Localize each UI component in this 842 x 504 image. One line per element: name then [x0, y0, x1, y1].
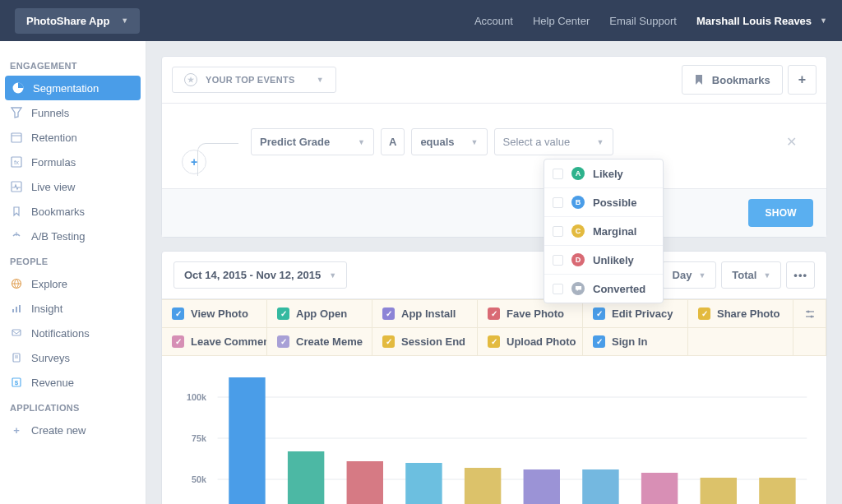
sidebar-item-notifications[interactable]: Notifications	[0, 321, 146, 345]
event-checkbox[interactable]: ✓	[277, 335, 289, 348]
event-checkbox[interactable]: ✓	[172, 307, 184, 320]
legend-empty-cell	[793, 327, 826, 355]
legend-event[interactable]: ✓Fave Photo	[478, 300, 583, 327]
chart-bar[interactable]	[405, 463, 442, 504]
account-link[interactable]: Account	[474, 15, 513, 27]
chart-bar[interactable]	[759, 478, 795, 504]
type-indicator[interactable]: A	[381, 128, 405, 155]
value-placeholder: Select a value	[503, 136, 571, 148]
dropdown-option-marginal[interactable]: C Marginal	[544, 217, 663, 246]
granularity-select[interactable]: Day ▼	[662, 261, 717, 289]
sidebar-item-create-new[interactable]: + Create new	[0, 418, 146, 442]
svg-point-20	[810, 315, 812, 317]
event-label: Create Meme	[296, 335, 363, 348]
date-range-label: Oct 14, 2015 - Nov 12, 2015	[184, 269, 321, 281]
checkbox[interactable]	[553, 284, 563, 294]
your-top-events-dropdown[interactable]: ★ YOUR TOP EVENTS ▼	[172, 67, 336, 93]
sidebar-item-retention[interactable]: Retention	[0, 125, 146, 150]
chart-bar[interactable]	[229, 377, 265, 504]
user-menu[interactable]: Marshall Louis Reaves ▼	[696, 15, 827, 27]
legend-event[interactable]: ✓App Open	[267, 300, 372, 327]
chart-header: Oct 14, 2015 - Nov 12, 2015 ▼ Day ▼ Tota…	[162, 252, 826, 299]
sidebar-item-revenue[interactable]: $ Revenue	[0, 370, 146, 395]
sidebar-item-bookmarks[interactable]: Bookmarks	[0, 199, 146, 224]
app-switcher[interactable]: PhotoShare App ▼	[15, 8, 140, 34]
chart-bar[interactable]	[524, 469, 560, 504]
sidebar-item-explore[interactable]: Explore	[0, 271, 146, 296]
remove-filter-button[interactable]: ✕	[781, 134, 802, 150]
svg-text:50k: 50k	[192, 474, 207, 484]
legend-event[interactable]: ✓Session End	[372, 327, 478, 355]
sidebar-label: Segmentation	[33, 82, 99, 95]
value-select[interactable]: Select a value ▼	[494, 128, 613, 155]
legend-event[interactable]: ✓Sign In	[583, 327, 688, 355]
sidebar-item-ab-testing[interactable]: A/B Testing	[0, 224, 146, 248]
legend-event[interactable]: ✓App Install	[372, 300, 478, 327]
event-checkbox[interactable]: ✓	[382, 335, 395, 348]
more-options-button[interactable]: •••	[786, 261, 815, 289]
email-support-link[interactable]: Email Support	[609, 15, 677, 27]
checkbox[interactable]	[553, 255, 563, 266]
sidebar: ENGAGEMENT Segmentation Funnels Retentio…	[0, 41, 146, 504]
svg-point-19	[807, 310, 809, 312]
show-button[interactable]: SHOW	[748, 199, 813, 227]
checkbox[interactable]	[553, 197, 563, 208]
event-legend: ✓View Photo✓App Open✓App Install✓Fave Ph…	[162, 299, 826, 356]
bookmarks-button[interactable]: Bookmarks	[682, 65, 783, 95]
event-checkbox[interactable]: ✓	[277, 307, 289, 320]
legend-event[interactable]: ✓Upload Photo	[478, 327, 583, 355]
dropdown-option-converted[interactable]: Converted	[544, 275, 663, 303]
option-label: Possible	[593, 197, 636, 209]
dropdown-option-likely[interactable]: A Likely	[544, 160, 663, 188]
chevron-down-icon: ▼	[329, 271, 336, 280]
date-range-picker[interactable]: Oct 14, 2015 - Nov 12, 2015 ▼	[173, 261, 347, 289]
add-bookmark-button[interactable]: +	[788, 65, 817, 95]
legend-event[interactable]: ✓Leave Comment	[162, 327, 267, 355]
badge-d-icon: D	[571, 253, 585, 266]
dropdown-option-possible[interactable]: B Possible	[544, 188, 663, 217]
operator-select[interactable]: equals ▼	[411, 128, 487, 155]
sidebar-item-funnels[interactable]: Funnels	[0, 100, 146, 125]
chart-bar[interactable]	[347, 461, 383, 504]
legend-event[interactable]: ✓View Photo	[162, 300, 267, 327]
sidebar-item-segmentation[interactable]: Segmentation	[5, 76, 141, 100]
globe-icon	[10, 277, 23, 290]
legend-settings-button[interactable]	[793, 300, 826, 327]
svg-text:fx: fx	[14, 159, 19, 166]
sidebar-label: Insight	[31, 303, 62, 315]
sidebar-item-live-view[interactable]: Live view	[0, 174, 146, 199]
svg-rect-10	[19, 305, 21, 312]
sidebar-item-surveys[interactable]: Surveys	[0, 345, 146, 370]
chart-panel: Oct 14, 2015 - Nov 12, 2015 ▼ Day ▼ Tota…	[161, 251, 827, 504]
checkbox[interactable]	[553, 169, 563, 179]
dropdown-option-unlikely[interactable]: D Unlikely	[544, 246, 663, 275]
sidebar-item-formulas[interactable]: fx Formulas	[0, 150, 146, 174]
pie-icon	[12, 81, 25, 95]
event-checkbox[interactable]: ✓	[488, 307, 500, 320]
badge-b-icon: B	[571, 196, 585, 209]
event-checkbox[interactable]: ✓	[488, 335, 500, 348]
event-checkbox[interactable]: ✓	[698, 307, 710, 320]
event-checkbox[interactable]: ✓	[382, 307, 395, 320]
chart-bar[interactable]	[582, 469, 618, 504]
event-checkbox[interactable]: ✓	[593, 335, 605, 348]
event-checkbox[interactable]: ✓	[593, 307, 605, 320]
help-center-link[interactable]: Help Center	[533, 15, 590, 27]
chevron-down-icon: ▼	[820, 16, 827, 25]
chart-bar[interactable]	[288, 451, 324, 504]
metric-select[interactable]: Total ▼	[721, 261, 781, 289]
legend-event[interactable]: ✓Share Photo	[688, 300, 793, 327]
sidebar-item-insight[interactable]: Insight	[0, 296, 146, 321]
legend-event[interactable]: ✓Create Meme	[267, 327, 372, 355]
field-select[interactable]: Predict Grade ▼	[251, 128, 374, 155]
legend-event[interactable]: ✓Edit Privacy	[583, 300, 688, 327]
chart-bar[interactable]	[701, 478, 737, 504]
sidebar-label: Live view	[31, 181, 75, 193]
chart-bar[interactable]	[641, 473, 678, 504]
chart-bar[interactable]	[465, 468, 501, 504]
query-panel: ★ YOUR TOP EVENTS ▼ Bookmarks + +	[161, 56, 827, 238]
checkbox[interactable]	[553, 226, 563, 237]
event-checkbox[interactable]: ✓	[172, 335, 184, 348]
sidebar-label: Explore	[31, 278, 67, 290]
dollar-icon: $	[10, 376, 23, 389]
